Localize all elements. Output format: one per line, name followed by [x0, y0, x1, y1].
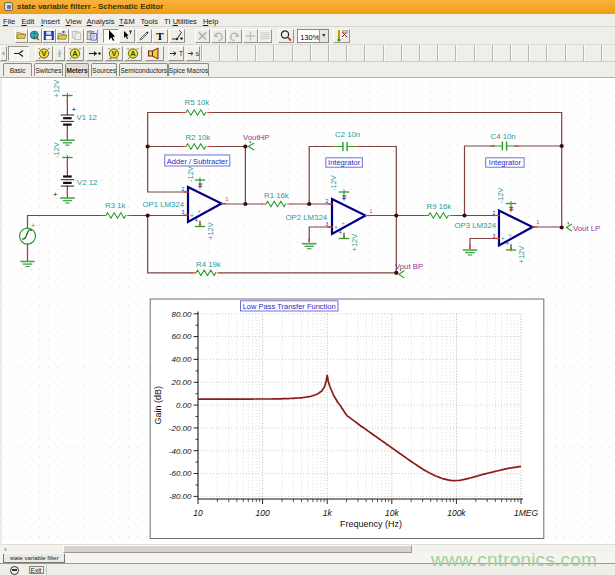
- svg-text:1: 1: [370, 207, 373, 213]
- svg-text:R5 10k: R5 10k: [185, 98, 210, 107]
- svg-text:Vout LP: Vout LP: [573, 224, 600, 233]
- svg-text:Adder / Subtracter: Adder / Subtracter: [167, 156, 228, 165]
- svg-text:11: 11: [342, 194, 347, 199]
- svg-text:+: +: [53, 189, 58, 198]
- svg-text:2: 2: [493, 209, 496, 215]
- svg-text:V1 12: V1 12: [77, 113, 97, 122]
- svg-text:R9 16k: R9 16k: [427, 202, 452, 211]
- svg-text:VoutHP: VoutHP: [243, 133, 269, 142]
- svg-text:V: V: [111, 49, 116, 58]
- svg-text:OP1 LM324: OP1 LM324: [143, 199, 185, 208]
- svg-text:Gain (dB): Gain (dB): [153, 385, 163, 424]
- svg-text:1k: 1k: [323, 507, 333, 517]
- svg-text:Frequency (Hz): Frequency (Hz): [340, 519, 402, 529]
- svg-text:-80.00: -80.00: [169, 492, 192, 501]
- svg-text:V2 12: V2 12: [77, 177, 97, 186]
- svg-text:1: 1: [226, 195, 229, 201]
- svg-text:-12V: -12V: [496, 187, 505, 203]
- svg-text:0.00: 0.00: [176, 400, 192, 409]
- svg-text:S: S: [195, 50, 199, 56]
- svg-text:OP2 LM324: OP2 LM324: [286, 212, 328, 221]
- svg-text:T: T: [156, 30, 164, 42]
- svg-text:1MEG: 1MEG: [514, 507, 538, 517]
- svg-text:2: 2: [182, 186, 185, 192]
- svg-text:20.00: 20.00: [170, 378, 192, 387]
- svg-text:1: 1: [537, 219, 540, 225]
- svg-text:A: A: [130, 49, 136, 58]
- svg-text:R3 1k: R3 1k: [105, 201, 125, 210]
- svg-text:-12V: -12V: [52, 142, 61, 158]
- svg-text:100: 100: [256, 507, 270, 517]
- svg-text:80.00: 80.00: [171, 309, 192, 318]
- svg-text:11: 11: [509, 205, 514, 210]
- svg-text:-20.00: -20.00: [169, 423, 192, 432]
- svg-text:Vout BP: Vout BP: [395, 262, 423, 271]
- svg-text:+12V: +12V: [517, 245, 526, 263]
- svg-text:2: 2: [326, 198, 329, 204]
- svg-text:-60.00: -60.00: [169, 469, 192, 478]
- svg-text:-12V: -12V: [186, 166, 195, 182]
- svg-text:T: T: [179, 50, 183, 57]
- svg-text:-40.00: -40.00: [169, 446, 192, 455]
- svg-text:R1 16k: R1 16k: [264, 191, 289, 200]
- svg-text:+: +: [342, 220, 345, 226]
- svg-text:V: V: [41, 49, 46, 58]
- svg-text:10k: 10k: [385, 507, 399, 517]
- svg-text:10: 10: [193, 507, 203, 517]
- svg-text:R4 19k: R4 19k: [196, 260, 221, 269]
- svg-text:Integrator: Integrator: [328, 158, 361, 167]
- svg-text:100k: 100k: [447, 507, 466, 517]
- svg-text:+: +: [334, 223, 338, 230]
- svg-text:+: +: [198, 208, 201, 214]
- svg-text:40.00: 40.00: [171, 355, 192, 364]
- svg-text:3: 3: [182, 209, 185, 215]
- svg-text:+: +: [31, 221, 35, 228]
- svg-text:+12V: +12V: [350, 233, 359, 251]
- svg-text:+: +: [509, 231, 512, 237]
- svg-text:+12V: +12V: [206, 222, 215, 240]
- svg-text:+: +: [190, 211, 194, 218]
- svg-text:4: 4: [59, 54, 61, 58]
- svg-text:4: 4: [59, 50, 61, 54]
- svg-text:OP3 LM324: OP3 LM324: [455, 221, 497, 230]
- svg-text:3: 3: [493, 232, 496, 238]
- svg-text:Integrator: Integrator: [489, 158, 522, 167]
- svg-text:11: 11: [198, 182, 203, 187]
- svg-text:3: 3: [326, 221, 329, 227]
- svg-text:C2 10n: C2 10n: [335, 130, 360, 139]
- svg-text:-12V: -12V: [329, 175, 338, 191]
- svg-text:60.00: 60.00: [171, 332, 192, 341]
- svg-text:R2 10k: R2 10k: [186, 132, 211, 141]
- svg-text:+: +: [501, 235, 505, 242]
- svg-text:+12V: +12V: [52, 79, 61, 97]
- svg-text:C4 10n: C4 10n: [491, 131, 516, 140]
- svg-text:Low Pass Transfer Function: Low Pass Transfer Function: [243, 301, 336, 310]
- svg-text:A: A: [72, 49, 78, 58]
